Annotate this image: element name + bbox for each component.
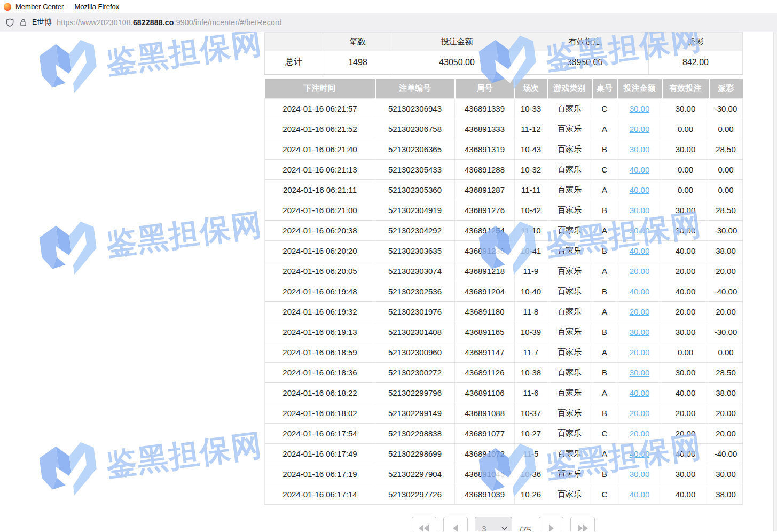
valid-bet-cell: 20.00 (662, 403, 709, 424)
game-type-cell: 百家乐 (547, 302, 592, 322)
bet-id-cell: 521302301976 (375, 302, 455, 322)
table-no-cell: A (592, 444, 617, 464)
table-no-cell: B (592, 322, 617, 342)
url-suffix: :9900/infe/mcenter/#/betRecord (174, 18, 282, 27)
bet-amount-link[interactable]: 30.00 (630, 368, 650, 377)
bet-time-cell: 2024-01-16 06:17:14 (265, 484, 375, 505)
bet-amount-link[interactable]: 30.00 (630, 470, 650, 479)
address-bar[interactable]: E世博 https://www20230108.6822888.co:9900/… (0, 13, 777, 32)
page-select[interactable]: 3 (475, 517, 512, 531)
bet-amount-cell: 40.00 (617, 241, 662, 261)
payout-cell: 28.50 (709, 139, 743, 160)
lock-icon[interactable] (19, 18, 27, 27)
valid-bet-cell: 0.00 (662, 160, 709, 180)
round-id-cell: 436891088 (455, 403, 515, 424)
prev-page-button[interactable] (443, 517, 468, 531)
table-row: 2024-01-16 06:21:40521302306365436891319… (265, 139, 743, 160)
session-cell: 11-9 (515, 261, 547, 281)
summary-column-header (265, 33, 323, 51)
url-text[interactable]: https://www20230108.6822888.co:9900/infe… (57, 18, 281, 27)
bet-amount-link[interactable]: 30.00 (630, 206, 650, 215)
bet-amount-link[interactable]: 20.00 (630, 409, 650, 418)
bet-amount-cell: 40.00 (617, 180, 662, 200)
table-row: 2024-01-16 06:21:00521302304919436891276… (265, 200, 743, 221)
session-cell: 11-8 (515, 302, 547, 322)
bet-amount-link[interactable]: 20.00 (630, 124, 650, 134)
summary-column-header: 笔数 (323, 33, 393, 51)
session-cell: 11-10 (515, 221, 547, 241)
valid-bet-cell: 0.00 (662, 119, 709, 139)
watermark-text: 鉴黑担保网 (104, 32, 265, 83)
bet-amount-link[interactable]: 40.00 (630, 449, 650, 458)
valid-bet-cell: 30.00 (662, 139, 709, 160)
valid-bet-cell: 40.00 (662, 484, 709, 505)
url-prefix: https://www20230108. (57, 18, 133, 27)
payout-cell: 38.00 (709, 383, 743, 403)
bet-amount-link[interactable]: 20.00 (630, 307, 650, 316)
table-no-cell: A (592, 119, 617, 139)
bet-id-cell: 521302303635 (375, 241, 455, 261)
vertical-scrollbar[interactable] (773, 32, 777, 531)
payout-cell: 38.00 (709, 241, 743, 261)
page-select-value: 3 (482, 524, 486, 532)
bet-id-cell: 521302306758 (375, 119, 455, 139)
shield-icon[interactable] (5, 18, 14, 27)
firefox-icon (3, 3, 12, 11)
session-cell: 10-40 (515, 281, 547, 302)
bet-amount-link[interactable]: 20.00 (630, 348, 650, 357)
last-page-button[interactable] (570, 517, 595, 531)
bet-id-cell: 521302299149 (375, 403, 455, 424)
watermark: 鉴黑担保网 (35, 417, 266, 502)
table-row: 2024-01-16 06:18:36521302300272436891126… (265, 363, 743, 383)
session-cell: 11-5 (515, 444, 547, 464)
table-no-cell: C (592, 424, 617, 444)
first-page-button[interactable] (412, 517, 436, 531)
table-no-cell: A (592, 221, 617, 241)
bet-time-cell: 2024-01-16 06:21:11 (265, 180, 375, 200)
summary-total-value: 43050.00 (393, 51, 521, 74)
next-page-button[interactable] (539, 517, 563, 531)
round-id-cell: 436891072 (455, 444, 515, 464)
game-type-cell: 百家乐 (547, 281, 592, 302)
round-id-cell: 436891045 (455, 464, 515, 484)
bet-amount-cell: 20.00 (617, 261, 662, 281)
bet-time-cell: 2024-01-16 06:19:32 (265, 302, 375, 322)
checkmark-ribbon-logo (35, 439, 101, 503)
bet-id-cell: 521302304292 (375, 221, 455, 241)
game-type-cell: 百家乐 (547, 261, 592, 281)
column-header: 桌号 (592, 79, 617, 99)
bet-time-cell: 2024-01-16 06:21:13 (265, 160, 375, 180)
bet-amount-link[interactable]: 30.00 (630, 226, 650, 235)
bet-amount-link[interactable]: 40.00 (630, 490, 650, 499)
session-cell: 10-26 (515, 484, 547, 505)
table-row: 2024-01-16 06:20:38521302304292436891254… (265, 221, 743, 241)
valid-bet-cell: 20.00 (662, 261, 709, 281)
prev-page-icon (452, 524, 459, 531)
bet-amount-link[interactable]: 20.00 (630, 267, 650, 276)
session-cell: 10-33 (515, 99, 547, 119)
column-header: 局号 (455, 79, 515, 99)
payout-cell: -40.00 (709, 444, 743, 464)
valid-bet-cell: 30.00 (662, 99, 709, 119)
round-id-cell: 436891039 (455, 484, 515, 505)
watermark: 鉴黑担保网 (35, 32, 266, 100)
bet-amount-link[interactable]: 30.00 (630, 145, 650, 154)
table-row: 2024-01-16 06:18:02521302299149436891088… (265, 403, 743, 424)
table-no-cell: C (592, 99, 617, 119)
bet-amount-link[interactable]: 40.00 (630, 287, 650, 296)
round-id-cell: 436891254 (455, 221, 515, 241)
valid-bet-cell: 30.00 (662, 322, 709, 342)
bet-amount-link[interactable]: 30.00 (630, 327, 650, 337)
bet-amount-link[interactable]: 20.00 (630, 429, 650, 438)
valid-bet-cell: 20.00 (662, 302, 709, 322)
valid-bet-cell: 30.00 (662, 200, 709, 221)
bet-amount-link[interactable]: 40.00 (630, 246, 650, 255)
bet-amount-link[interactable]: 40.00 (630, 185, 650, 194)
payout-cell: 0.00 (709, 119, 743, 139)
payout-cell: 0.00 (709, 160, 743, 180)
bet-amount-link[interactable]: 40.00 (630, 165, 650, 174)
bet-amount-link[interactable]: 30.00 (630, 104, 650, 113)
game-type-cell: 百家乐 (547, 99, 592, 119)
column-header: 投注金额 (617, 79, 662, 99)
bet-amount-link[interactable]: 40.00 (630, 388, 650, 397)
